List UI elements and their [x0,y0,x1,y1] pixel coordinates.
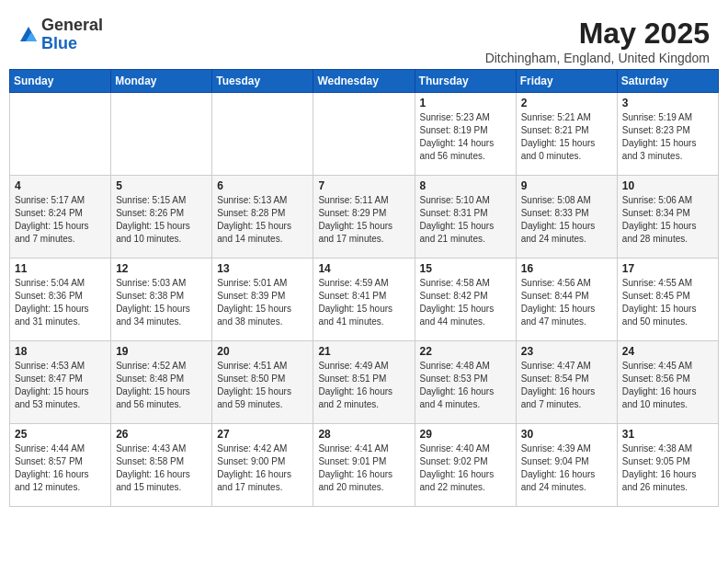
day-info: Sunrise: 4:55 AM Sunset: 8:45 PM Dayligh… [622,277,713,328]
day-number: 25 [15,428,106,441]
calendar-cell: 11Sunrise: 5:04 AM Sunset: 8:36 PM Dayli… [10,259,111,341]
calendar-cell: 21Sunrise: 4:49 AM Sunset: 8:51 PM Dayli… [313,341,415,424]
day-info: Sunrise: 5:17 AM Sunset: 8:24 PM Dayligh… [15,194,106,246]
calendar-cell [212,93,313,176]
calendar-cell: 17Sunrise: 4:55 AM Sunset: 8:45 PM Dayli… [617,259,718,341]
day-number: 20 [217,345,308,358]
calendar-cell: 29Sunrise: 4:40 AM Sunset: 9:02 PM Dayli… [415,424,516,507]
day-info: Sunrise: 4:52 AM Sunset: 8:48 PM Dayligh… [116,360,207,411]
month-title: May 2025 [485,17,710,51]
day-info: Sunrise: 5:13 AM Sunset: 8:28 PM Dayligh… [217,194,308,246]
calendar-cell: 7Sunrise: 5:11 AM Sunset: 8:29 PM Daylig… [313,176,415,259]
calendar-cell: 2Sunrise: 5:21 AM Sunset: 8:21 PM Daylig… [516,93,617,176]
day-info: Sunrise: 5:08 AM Sunset: 8:33 PM Dayligh… [521,194,612,246]
day-info: Sunrise: 5:21 AM Sunset: 8:21 PM Dayligh… [521,111,612,163]
weekday-header: Wednesday [313,70,415,93]
calendar-cell [313,93,415,176]
day-info: Sunrise: 5:15 AM Sunset: 8:26 PM Dayligh… [116,194,207,246]
day-info: Sunrise: 4:59 AM Sunset: 8:41 PM Dayligh… [318,277,409,328]
calendar-cell: 30Sunrise: 4:39 AM Sunset: 9:04 PM Dayli… [516,424,617,507]
calendar-cell: 14Sunrise: 4:59 AM Sunset: 8:41 PM Dayli… [313,259,415,341]
day-info: Sunrise: 4:42 AM Sunset: 9:00 PM Dayligh… [217,442,308,494]
weekday-header: Sunday [10,70,111,93]
calendar-cell: 31Sunrise: 4:38 AM Sunset: 9:05 PM Dayli… [617,424,718,507]
weekday-header: Monday [111,70,212,93]
day-number: 30 [521,428,612,441]
day-number: 2 [521,97,612,109]
day-number: 24 [622,345,713,358]
day-number: 4 [15,179,106,192]
weekday-header: Tuesday [212,70,313,93]
day-info: Sunrise: 4:49 AM Sunset: 8:51 PM Dayligh… [318,360,409,411]
day-number: 18 [15,345,106,358]
day-info: Sunrise: 4:43 AM Sunset: 8:58 PM Dayligh… [116,442,207,494]
calendar-body: 1Sunrise: 5:23 AM Sunset: 8:19 PM Daylig… [10,93,719,507]
day-info: Sunrise: 4:48 AM Sunset: 8:53 PM Dayligh… [420,360,511,411]
calendar-cell: 12Sunrise: 5:03 AM Sunset: 8:38 PM Dayli… [111,259,212,341]
day-info: Sunrise: 5:04 AM Sunset: 8:36 PM Dayligh… [15,277,106,328]
calendar-week-row: 4Sunrise: 5:17 AM Sunset: 8:24 PM Daylig… [10,176,719,259]
day-number: 21 [318,345,409,358]
page-header: General Blue May 2025 Ditchingham, Engla… [9,9,719,69]
day-number: 16 [521,262,612,275]
day-number: 22 [420,345,511,358]
calendar-cell: 20Sunrise: 4:51 AM Sunset: 8:50 PM Dayli… [212,341,313,424]
logo-icon [18,25,39,45]
title-section: May 2025 Ditchingham, England, United Ki… [485,17,710,65]
day-number: 3 [622,97,713,109]
day-number: 1 [420,97,511,109]
day-info: Sunrise: 4:39 AM Sunset: 9:04 PM Dayligh… [521,442,612,494]
calendar-cell: 6Sunrise: 5:13 AM Sunset: 8:28 PM Daylig… [212,176,313,259]
day-info: Sunrise: 4:56 AM Sunset: 8:44 PM Dayligh… [521,277,612,328]
calendar-cell: 16Sunrise: 4:56 AM Sunset: 8:44 PM Dayli… [516,259,617,341]
day-info: Sunrise: 5:23 AM Sunset: 8:19 PM Dayligh… [420,111,511,163]
calendar-cell: 24Sunrise: 4:45 AM Sunset: 8:56 PM Dayli… [617,341,718,424]
calendar-cell: 25Sunrise: 4:44 AM Sunset: 8:57 PM Dayli… [10,424,111,507]
day-number: 8 [420,179,511,192]
weekday-header: Friday [516,70,617,93]
day-info: Sunrise: 5:06 AM Sunset: 8:34 PM Dayligh… [622,194,713,246]
calendar-cell: 4Sunrise: 5:17 AM Sunset: 8:24 PM Daylig… [10,176,111,259]
calendar-cell: 22Sunrise: 4:48 AM Sunset: 8:53 PM Dayli… [415,341,516,424]
day-number: 6 [217,179,308,192]
day-info: Sunrise: 4:45 AM Sunset: 8:56 PM Dayligh… [622,360,713,411]
day-number: 17 [622,262,713,275]
weekday-header: Saturday [617,70,718,93]
day-number: 7 [318,179,409,192]
day-info: Sunrise: 5:10 AM Sunset: 8:31 PM Dayligh… [420,194,511,246]
calendar-cell: 8Sunrise: 5:10 AM Sunset: 8:31 PM Daylig… [415,176,516,259]
day-info: Sunrise: 4:47 AM Sunset: 8:54 PM Dayligh… [521,360,612,411]
day-number: 26 [116,428,207,441]
calendar-cell: 3Sunrise: 5:19 AM Sunset: 8:23 PM Daylig… [617,93,718,176]
day-number: 29 [420,428,511,441]
calendar-cell: 28Sunrise: 4:41 AM Sunset: 9:01 PM Dayli… [313,424,415,507]
calendar-cell: 10Sunrise: 5:06 AM Sunset: 8:34 PM Dayli… [617,176,718,259]
logo-text: General Blue [41,17,103,53]
day-info: Sunrise: 4:58 AM Sunset: 8:42 PM Dayligh… [420,277,511,328]
day-info: Sunrise: 5:19 AM Sunset: 8:23 PM Dayligh… [622,111,713,163]
day-number: 12 [116,262,207,275]
calendar-cell: 26Sunrise: 4:43 AM Sunset: 8:58 PM Dayli… [111,424,212,507]
calendar-cell: 9Sunrise: 5:08 AM Sunset: 8:33 PM Daylig… [516,176,617,259]
day-number: 28 [318,428,409,441]
calendar-cell: 15Sunrise: 4:58 AM Sunset: 8:42 PM Dayli… [415,259,516,341]
calendar-cell: 19Sunrise: 4:52 AM Sunset: 8:48 PM Dayli… [111,341,212,424]
day-number: 27 [217,428,308,441]
calendar-cell: 27Sunrise: 4:42 AM Sunset: 9:00 PM Dayli… [212,424,313,507]
day-number: 31 [622,428,713,441]
day-info: Sunrise: 4:53 AM Sunset: 8:47 PM Dayligh… [15,360,106,411]
day-info: Sunrise: 4:41 AM Sunset: 9:01 PM Dayligh… [318,442,409,494]
calendar-week-row: 25Sunrise: 4:44 AM Sunset: 8:57 PM Dayli… [10,424,719,507]
day-info: Sunrise: 4:38 AM Sunset: 9:05 PM Dayligh… [622,442,713,494]
day-number: 13 [217,262,308,275]
calendar-cell: 5Sunrise: 5:15 AM Sunset: 8:26 PM Daylig… [111,176,212,259]
calendar-cell [10,93,111,176]
calendar-table: SundayMondayTuesdayWednesdayThursdayFrid… [9,69,719,507]
weekday-header: Thursday [415,70,516,93]
day-info: Sunrise: 4:40 AM Sunset: 9:02 PM Dayligh… [420,442,511,494]
logo-blue: Blue [41,35,103,53]
day-info: Sunrise: 4:44 AM Sunset: 8:57 PM Dayligh… [15,442,106,494]
day-info: Sunrise: 4:51 AM Sunset: 8:50 PM Dayligh… [217,360,308,411]
calendar-week-row: 11Sunrise: 5:04 AM Sunset: 8:36 PM Dayli… [10,259,719,341]
day-info: Sunrise: 5:01 AM Sunset: 8:39 PM Dayligh… [217,277,308,328]
